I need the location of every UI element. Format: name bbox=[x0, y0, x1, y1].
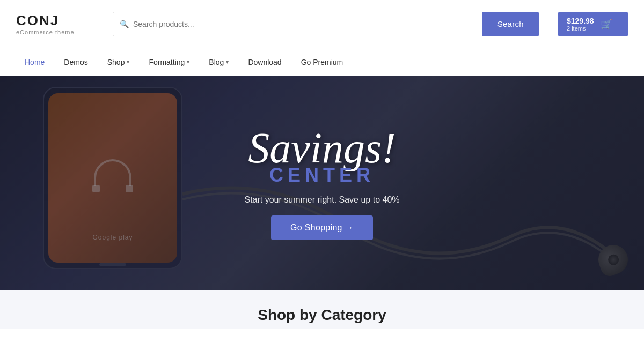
nav-item-shop[interactable]: Shop ▾ bbox=[99, 54, 138, 71]
cart-price: $129.98 bbox=[567, 17, 594, 25]
nav-item-formatting[interactable]: Formatting ▾ bbox=[140, 54, 198, 71]
chevron-down-icon: ▾ bbox=[187, 59, 189, 65]
site-header: CONJ eCommerce theme 🔍 Search $129.98 2 … bbox=[0, 0, 644, 48]
hero-section: Google play Savings! CENTER Start your s… bbox=[0, 76, 644, 290]
hero-cta-button[interactable]: Go Shopping → bbox=[271, 215, 373, 240]
search-icon: 🔍 bbox=[120, 20, 129, 28]
cart-button[interactable]: $129.98 2 items 🛒 bbox=[558, 12, 628, 36]
hero-subtitle: Start your summer right. Save up to 40% bbox=[244, 195, 399, 205]
search-area: 🔍 Search bbox=[113, 12, 539, 36]
nav-item-demos[interactable]: Demos bbox=[55, 54, 96, 71]
search-button[interactable]: Search bbox=[482, 12, 539, 36]
cart-icon: 🛒 bbox=[601, 18, 612, 30]
nav-item-go-premium[interactable]: Go Premium bbox=[292, 54, 352, 71]
hero-savings-text: Savings! bbox=[244, 126, 399, 169]
shop-by-category-title: Shop by Category bbox=[0, 307, 644, 324]
nav-item-blog[interactable]: Blog ▾ bbox=[200, 54, 237, 71]
logo-subtitle: eCommerce theme bbox=[16, 29, 102, 35]
shop-by-category-section: Shop by Category bbox=[0, 290, 644, 329]
logo: CONJ eCommerce theme bbox=[16, 12, 102, 35]
main-nav: Home Demos Shop ▾ Formatting ▾ Blog ▾ Do… bbox=[0, 48, 644, 76]
hero-content: Savings! CENTER Start your summer right.… bbox=[244, 126, 399, 240]
search-input[interactable] bbox=[133, 20, 475, 28]
nav-item-download[interactable]: Download bbox=[239, 54, 290, 71]
chevron-down-icon: ▾ bbox=[127, 59, 129, 65]
chevron-down-icon: ▾ bbox=[226, 59, 229, 65]
logo-title: CONJ bbox=[16, 12, 102, 29]
nav-item-home[interactable]: Home bbox=[16, 54, 53, 71]
cart-items-count: 2 items bbox=[567, 25, 594, 32]
search-input-wrap: 🔍 bbox=[113, 12, 482, 36]
